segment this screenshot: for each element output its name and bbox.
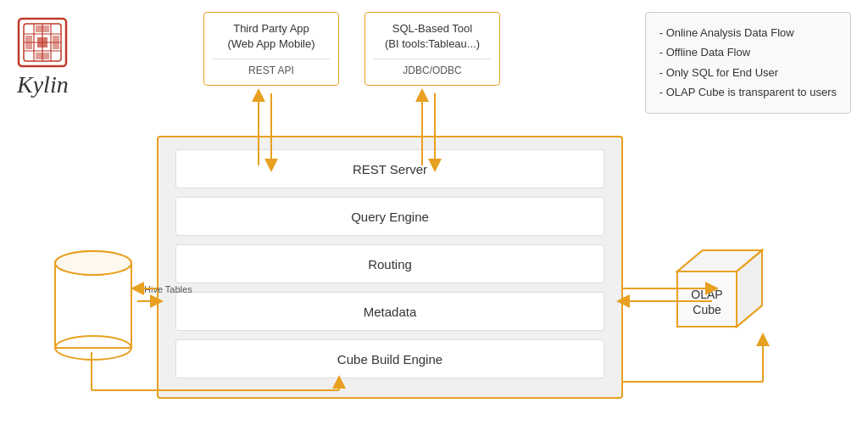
kylin-logo: Kylin (17, 17, 69, 98)
info-item-3: - Only SQL for End User (659, 63, 837, 82)
info-item-4: - OLAP Cube is transparent to users (659, 82, 837, 102)
metadata-component: Metadata (175, 292, 604, 331)
olap-cube: OLAP Cube (656, 229, 766, 351)
svg-rect-9 (25, 36, 32, 49)
info-item-2: - Offline Data Flow (659, 42, 837, 62)
svg-text:Cube: Cube (693, 303, 721, 316)
svg-text:OLAP: OLAP (691, 288, 722, 301)
query-engine-component: Query Engine (175, 197, 604, 236)
info-box: - Online Analysis Data Flow - Offline Da… (645, 12, 851, 114)
svg-rect-10 (36, 53, 49, 59)
sql-tool-title: SQL-Based Tool(BI tools:Tableau...) (374, 21, 491, 52)
hbase-cylinder (51, 242, 136, 364)
third-party-app-box: Third Party App(Web App Mobile) REST API (203, 12, 339, 86)
cylinder-svg (51, 242, 136, 361)
routing-component: Routing (175, 244, 604, 283)
olap-cube-svg: OLAP Cube (656, 229, 766, 348)
hive-tables-label: Hive Tables (144, 284, 192, 294)
kylin-seal-icon (17, 17, 68, 68)
svg-rect-11 (53, 36, 59, 49)
svg-rect-12 (37, 37, 47, 48)
rest-server-component: REST Server (175, 149, 604, 188)
kylin-brand-text: Kylin (17, 71, 69, 98)
jdbc-odbc-label: JDBC/ODBC (374, 59, 491, 76)
rest-api-label: REST API (213, 59, 330, 76)
svg-rect-8 (36, 25, 49, 32)
main-kylin-container: REST Server Query Engine Routing Metadat… (157, 136, 623, 399)
cube-build-engine-component: Cube Build Engine (175, 339, 604, 378)
sql-tool-box: SQL-Based Tool(BI tools:Tableau...) JDBC… (364, 12, 500, 86)
info-item-1: - Online Analysis Data Flow (659, 23, 837, 42)
third-party-title: Third Party App(Web App Mobile) (213, 21, 330, 52)
